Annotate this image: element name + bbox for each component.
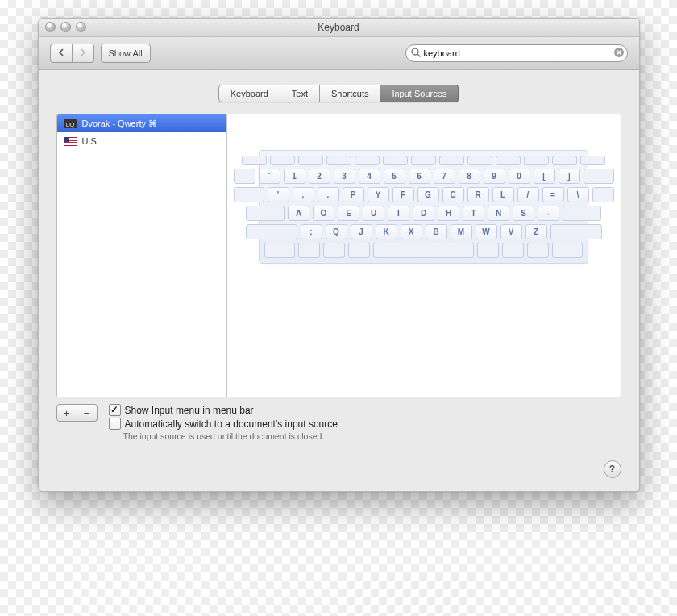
minimize-window-button[interactable] (60, 22, 71, 32)
clear-search-button[interactable] (613, 47, 625, 60)
source-label: U.S. (82, 136, 99, 146)
zoom-window-button[interactable] (76, 22, 86, 32)
source-row[interactable]: DQDvorak - Qwerty ⌘ (57, 114, 226, 132)
key: 7 (434, 169, 455, 184)
key: T (463, 206, 484, 221)
tab-keyboard[interactable]: Keyboard (218, 85, 280, 102)
key: 0 (509, 169, 530, 184)
key: ] (559, 169, 580, 184)
us-flag-icon (64, 137, 77, 146)
key: / (517, 187, 539, 202)
auto-switch-checkbox[interactable] (109, 418, 121, 430)
key: , (293, 187, 314, 202)
key: H (438, 206, 459, 221)
key: 2 (309, 169, 330, 184)
key: U (363, 206, 384, 221)
tab-shortcuts[interactable]: Shortcuts (320, 85, 380, 102)
auto-switch-hint: The input source is used until the docum… (123, 431, 621, 441)
key: ; (301, 224, 322, 239)
pane-body: KeyboardTextShortcutsInput Sources DQDvo… (39, 70, 639, 491)
key: 9 (484, 169, 505, 184)
key: K (376, 224, 397, 239)
nav-buttons (50, 44, 94, 63)
preferences-window: Keyboard Show All (38, 18, 640, 492)
key: 5 (384, 169, 405, 184)
key: M (451, 224, 472, 239)
key: C (442, 187, 464, 202)
svg-text:DQ: DQ (65, 121, 74, 127)
key: X (401, 224, 422, 239)
search-wrap (405, 44, 628, 62)
key: B (426, 224, 447, 239)
key: O (313, 206, 334, 221)
key: ' (268, 187, 289, 202)
input-source-list[interactable]: DQDvorak - Qwerty ⌘U.S. (57, 114, 227, 397)
key: 8 (459, 169, 480, 184)
key: . (318, 187, 339, 202)
source-label: Dvorak - Qwerty ⌘ (82, 119, 158, 129)
content-split: DQDvorak - Qwerty ⌘U.S. `1234567890[]',.… (56, 114, 621, 397)
key: - (538, 206, 559, 221)
help-row: ? (56, 460, 621, 478)
remove-source-button[interactable]: − (77, 404, 98, 422)
add-source-button[interactable]: + (56, 404, 77, 422)
svg-rect-9 (64, 143, 77, 144)
key: \ (567, 187, 589, 202)
options: Show Input menu in menu bar Automaticall… (109, 404, 621, 441)
help-button[interactable]: ? (604, 460, 621, 478)
key: S (513, 206, 534, 221)
key: 1 (284, 169, 305, 184)
key: E (338, 206, 359, 221)
tabs: KeyboardTextShortcutsInput Sources (56, 85, 621, 102)
show-input-menu-label: Show Input menu in menu bar (125, 405, 254, 416)
chevron-left-icon (58, 48, 64, 58)
key: N (488, 206, 509, 221)
key: 3 (334, 169, 355, 184)
svg-rect-10 (64, 144, 77, 145)
key: G (417, 187, 439, 202)
auto-switch-label: Automatically switch to a document's inp… (125, 418, 338, 430)
toolbar: Show All (39, 37, 639, 70)
add-remove-buttons: + − (56, 404, 98, 422)
window-title: Keyboard (318, 22, 359, 33)
below-row: + − Show Input menu in menu bar Automati… (56, 404, 621, 441)
key: F (392, 187, 414, 202)
key: [ (534, 169, 555, 184)
forward-button[interactable] (73, 44, 94, 63)
key: J (351, 224, 372, 239)
key: 6 (409, 169, 430, 184)
titlebar: Keyboard (39, 19, 639, 37)
tab-input-sources[interactable]: Input Sources (380, 85, 459, 102)
key: L (492, 187, 514, 202)
key: ` (259, 169, 280, 184)
key: V (500, 224, 522, 239)
key: Z (525, 224, 547, 239)
key: W (476, 224, 497, 239)
option-show-input-menu: Show Input menu in menu bar (109, 404, 621, 416)
key: D (413, 206, 434, 221)
tab-text[interactable]: Text (280, 85, 320, 102)
back-button[interactable] (50, 44, 73, 63)
key: P (343, 187, 364, 202)
show-all-button[interactable]: Show All (101, 44, 151, 63)
key: Q (326, 224, 347, 239)
key: Y (368, 187, 389, 202)
key: R (467, 187, 489, 202)
key: 4 (359, 169, 380, 184)
option-auto-switch: Automatically switch to a document's inp… (109, 418, 621, 430)
close-window-button[interactable] (45, 22, 56, 32)
keyboard-layout-preview: `1234567890[]',.PYFGCRL/=\AOEUIDHTNS-;QJ… (259, 150, 588, 264)
key: = (542, 187, 564, 202)
dvorak-icon: DQ (64, 119, 77, 128)
search-input[interactable] (405, 44, 628, 62)
key: I (388, 206, 409, 221)
show-input-menu-checkbox[interactable] (109, 404, 121, 416)
svg-rect-11 (64, 137, 69, 142)
preview-pane: `1234567890[]',.PYFGCRL/=\AOEUIDHTNS-;QJ… (227, 114, 621, 397)
key: A (288, 206, 309, 221)
window-controls (45, 22, 86, 32)
source-row[interactable]: U.S. (57, 132, 226, 150)
chevron-right-icon (80, 48, 86, 58)
